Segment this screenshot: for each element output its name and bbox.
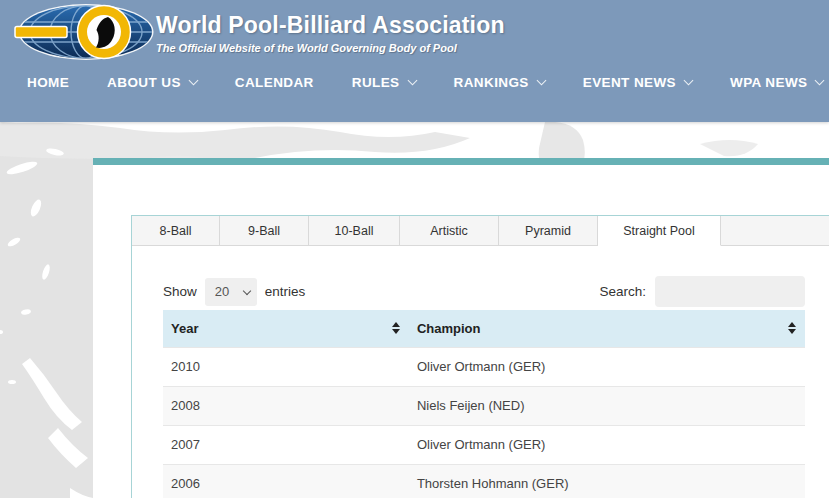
show-entries-label: Show <box>163 284 197 299</box>
nav-item-home[interactable]: HOME <box>27 75 69 90</box>
champion-cell: Oliver Ortmann (GER) <box>409 425 805 464</box>
tab-8-ball[interactable]: 8-Ball <box>132 216 220 246</box>
table-row: 2006 Thorsten Hohmann (GER) <box>163 464 805 498</box>
nav-item-calendar[interactable]: CALENDAR <box>235 75 314 90</box>
year-cell: 2008 <box>163 386 409 425</box>
nav-item-event-news[interactable]: EVENT NEWS <box>583 75 692 90</box>
table-row: 2010 Oliver Ortmann (GER) <box>163 347 805 386</box>
wpa-logo[interactable] <box>14 4 154 60</box>
nav-item-about-us[interactable]: ABOUT US <box>107 75 197 90</box>
main-nav: HOME ABOUT US CALENDAR RULES RANKINGS EV… <box>0 60 829 105</box>
year-cell: 2006 <box>163 464 409 498</box>
table-row: 2007 Oliver Ortmann (GER) <box>163 425 805 464</box>
tab-pyramid[interactable]: Pyramid <box>499 216 598 246</box>
champion-cell: Oliver Ortmann (GER) <box>409 347 805 386</box>
chevron-down-icon <box>815 76 825 86</box>
tab-overflow-stub[interactable] <box>721 216 829 246</box>
table-header-row: Year Champion <box>163 310 805 347</box>
entries-suffix-label: entries <box>265 284 306 299</box>
tab-straight-pool[interactable]: Straight Pool <box>598 216 721 246</box>
chevron-down-icon <box>684 76 694 86</box>
search-input[interactable] <box>655 276 805 307</box>
search-label: Search: <box>599 284 646 299</box>
champions-table: Year Champion 2010 Oliver Ortmann (GER) … <box>163 310 805 498</box>
champion-cell: Thorsten Hohmann (GER) <box>409 464 805 498</box>
table-row: 2008 Niels Feijen (NED) <box>163 386 805 425</box>
site-title: World Pool-Billiard Association <box>156 12 505 39</box>
nav-item-wpa-news[interactable]: WPA NEWS <box>730 75 823 90</box>
entries-select[interactable]: 20 <box>205 278 257 306</box>
site-header: World Pool-Billiard Association The Offi… <box>0 0 829 122</box>
sort-icon <box>788 322 796 334</box>
champion-cell: Niels Feijen (NED) <box>409 386 805 425</box>
nav-item-rules[interactable]: RULES <box>352 75 416 90</box>
chevron-down-icon <box>536 76 546 86</box>
column-header-year[interactable]: Year <box>163 310 409 347</box>
site-subtitle: The Official Website of the World Govern… <box>156 42 505 54</box>
nav-item-rankings[interactable]: RANKINGS <box>454 75 545 90</box>
champions-tab-widget: 8-Ball 9-Ball 10-Ball Artistic Pyramid S… <box>131 215 829 498</box>
straight-pool-tab-panel: Show 20 entries Search: Year <box>132 246 829 498</box>
chevron-down-icon <box>407 76 417 86</box>
tab-9-ball[interactable]: 9-Ball <box>220 216 309 246</box>
year-cell: 2010 <box>163 347 409 386</box>
year-cell: 2007 <box>163 425 409 464</box>
sort-icon <box>392 322 400 334</box>
column-header-champion[interactable]: Champion <box>409 310 805 347</box>
tab-artistic[interactable]: Artistic <box>400 216 499 246</box>
discipline-tab-bar: 8-Ball 9-Ball 10-Ball Artistic Pyramid S… <box>132 216 829 246</box>
tab-10-ball[interactable]: 10-Ball <box>309 216 400 246</box>
chevron-down-icon <box>188 76 198 86</box>
